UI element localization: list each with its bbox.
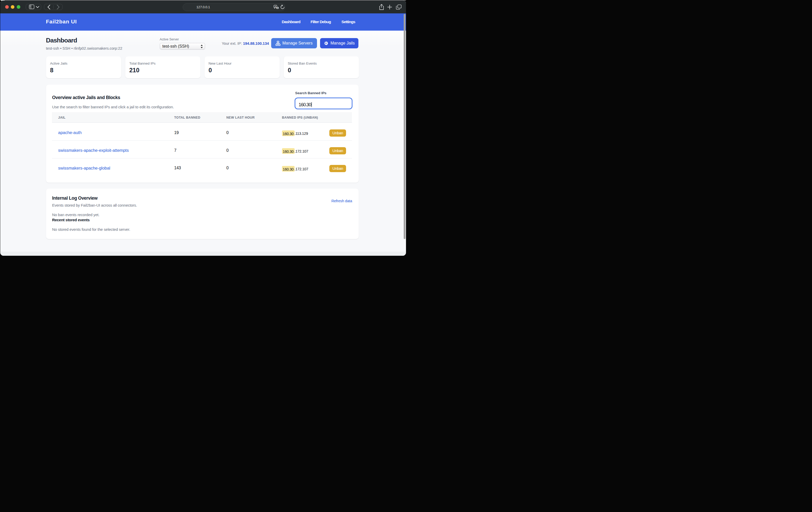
svg-text:文: 文 <box>276 7 279 9</box>
svg-text:A: A <box>274 5 276 7</box>
